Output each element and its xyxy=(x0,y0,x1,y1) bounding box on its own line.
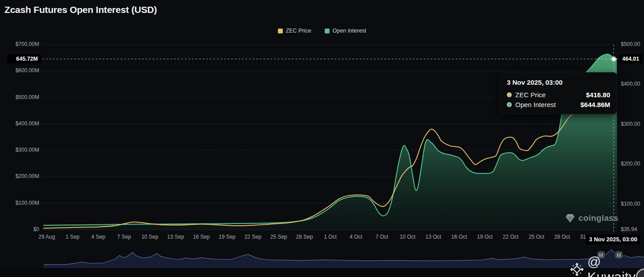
user-watermark: @ Kuwaity xyxy=(570,254,644,277)
main-chart-plot[interactable] xyxy=(0,0,644,248)
chart-tooltip: 3 Nov 2025, 03:00 ZEC Price$416.80Open I… xyxy=(500,72,617,114)
x-axis-crosshair-chip: 3 Nov 2025, 03:00 xyxy=(586,235,640,244)
navigator-mini-chart[interactable] xyxy=(0,246,644,269)
navigator-area-texture xyxy=(43,250,644,268)
tooltip-series-label: ZEC Price xyxy=(515,91,583,99)
tooltip-rows: ZEC Price$416.80Open Interest$644.86M xyxy=(507,91,610,108)
coinglass-watermark-text: coinglass xyxy=(579,213,618,223)
coinglass-watermark: coinglass xyxy=(565,213,618,223)
tooltip-series-value: $644.86M xyxy=(580,101,610,108)
tooltip-series-value: $416.80 xyxy=(586,91,610,99)
tooltip-row-zec-price: ZEC Price$416.80 xyxy=(507,91,610,99)
left-axis-crosshair-chip: 645.72M xyxy=(7,54,41,63)
chart-page: Zcash Futures Open Interest (USD) ZEC Pr… xyxy=(0,0,644,277)
right-axis-crosshair-chip: 464.01 xyxy=(619,54,642,63)
tooltip-row-open-interest: Open Interest$644.86M xyxy=(507,101,610,108)
tooltip-series-dot-icon xyxy=(507,102,512,107)
bottom-strip xyxy=(0,268,644,277)
user-watermark-logo-icon xyxy=(570,261,584,277)
user-watermark-text: @ Kuwaity xyxy=(587,254,644,277)
tooltip-series-label: Open Interest xyxy=(515,101,577,108)
coinglass-gem-icon xyxy=(565,213,575,223)
tooltip-date: 3 Nov 2025, 03:00 xyxy=(507,79,610,86)
tooltip-series-dot-icon xyxy=(507,92,512,97)
open-interest-point-marker xyxy=(612,57,616,61)
